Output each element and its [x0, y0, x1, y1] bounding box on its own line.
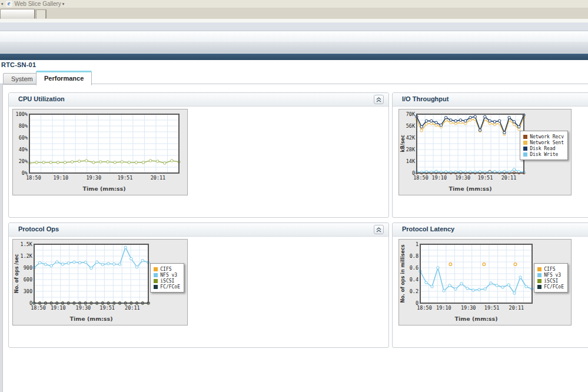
svg-text:19:51: 19:51	[99, 305, 115, 311]
browser-tab[interactable]	[0, 9, 35, 19]
panel-protocol-latency: Protocol Latency 00.20.40.60.8118:5019:1…	[392, 222, 588, 348]
svg-text:19:10: 19:10	[51, 305, 66, 311]
legend-label: Disk Read	[530, 146, 555, 151]
collapse-panel-button[interactable]	[374, 225, 384, 234]
legend-item: FC/FCoE	[537, 284, 564, 290]
io-throughput-chart: 014K28K42K56K70K18:5019:1019:3019:5120:1…	[398, 109, 572, 195]
svg-text:18:50: 18:50	[31, 305, 46, 311]
svg-text:14K: 14K	[406, 158, 416, 164]
panel-title: CPU Utilization	[18, 95, 65, 102]
panel-title: Protocol Latency	[402, 225, 454, 232]
tab-performance[interactable]: Performance	[36, 71, 92, 85]
navy-divider-bar	[0, 54, 588, 60]
ie-icon: e	[6, 1, 12, 7]
legend-swatch	[537, 273, 542, 277]
legend-swatch	[523, 147, 527, 151]
protocol-latency-chart: 00.20.40.60.8118:5019:1019:3019:5120:11T…	[398, 239, 572, 325]
legend-item: iSCSI	[154, 278, 180, 284]
svg-text:kB/sec: kB/sec	[400, 135, 406, 152]
panel-cpu-utilization: CPU Utilization 0%20%40%60%80%100%18:501…	[8, 92, 389, 218]
collapse-panel-button[interactable]	[374, 95, 384, 104]
page-title: RTC-SN-01	[1, 61, 36, 68]
svg-text:28K: 28K	[406, 147, 416, 152]
legend-label: iSCSI	[544, 278, 558, 284]
svg-text:19:51: 19:51	[484, 305, 500, 311]
legend-item: NFS v3	[537, 273, 564, 278]
svg-text:20:11: 20:11	[151, 175, 166, 181]
svg-text:Time (mm:ss): Time (mm:ss)	[449, 185, 492, 192]
legend-item: Network Sent	[523, 140, 564, 145]
panel-title: Protocol Ops	[18, 225, 59, 232]
svg-text:19:30: 19:30	[461, 305, 476, 311]
cpu-utilization-chart: 0%20%40%60%80%100%18:5019:1019:3019:5120…	[12, 109, 188, 195]
app-header-band-top	[0, 31, 588, 42]
legend-swatch	[523, 135, 527, 139]
svg-text:0.6: 0.6	[410, 265, 418, 271]
legend-label: Network Sent	[530, 140, 564, 145]
svg-text:300: 300	[24, 288, 32, 294]
svg-text:40%: 40%	[19, 147, 28, 152]
legend-item: iSCSI	[537, 278, 564, 284]
legend-swatch	[537, 267, 542, 271]
svg-text:19:30: 19:30	[86, 175, 101, 181]
svg-text:20:11: 20:11	[501, 175, 517, 181]
favorites-dropdown-icon[interactable]: ▾	[1, 2, 4, 6]
legend-label: CIFS	[544, 267, 555, 272]
svg-text:0.2: 0.2	[410, 288, 418, 294]
legend-swatch	[537, 285, 542, 289]
panel-header: Protocol Latency	[393, 223, 588, 237]
favorite-item-label[interactable]: Web Slice Gallery	[15, 1, 61, 7]
svg-text:20%: 20%	[19, 158, 28, 164]
svg-text:Time (mm:ss): Time (mm:ss)	[70, 315, 113, 322]
legend-swatch	[154, 267, 158, 271]
legend-label: Network Recv	[530, 134, 564, 139]
svg-text:Time (mm:ss): Time (mm:ss)	[455, 315, 498, 322]
legend-item: CIFS	[154, 267, 180, 272]
svg-text:Time (mm:ss): Time (mm:ss)	[83, 185, 126, 192]
svg-text:19:10: 19:10	[54, 175, 69, 181]
svg-text:1.5K: 1.5K	[21, 241, 33, 247]
svg-text:19:51: 19:51	[118, 175, 133, 181]
svg-text:0.4: 0.4	[410, 277, 418, 283]
svg-text:20:11: 20:11	[125, 305, 140, 311]
chevron-down-icon[interactable]: ▾	[62, 2, 65, 6]
legend-item: Disk Write	[523, 152, 564, 157]
chart-legend: CIFSNFS v3iSCSIFC/FCoE	[150, 263, 184, 293]
legend-swatch	[523, 141, 527, 145]
svg-text:No. of ops in millisecs: No. of ops in millisecs	[400, 244, 406, 303]
panel-protocol-ops: Protocol Ops 03006009001.2K1.5K18:5019:1…	[8, 222, 389, 348]
chart-legend: CIFSNFS v3iSCSIFC/FCoE	[534, 263, 568, 293]
legend-item: NFS v3	[154, 273, 180, 278]
panel-header: I/O Throughput	[393, 93, 588, 107]
collapse-icon	[376, 97, 381, 102]
svg-text:No. of ops /sec: No. of ops /sec	[14, 254, 19, 294]
svg-text:100%: 100%	[16, 111, 28, 117]
svg-text:42K: 42K	[406, 135, 416, 141]
svg-text:19:30: 19:30	[76, 305, 91, 311]
svg-text:18:50: 18:50	[26, 175, 41, 181]
svg-text:70K: 70K	[406, 111, 416, 117]
legend-swatch	[154, 285, 158, 289]
browser-tab-row	[0, 8, 588, 19]
svg-text:56K: 56K	[406, 123, 416, 129]
legend-item: FC/FCoE	[154, 284, 180, 290]
legend-label: iSCSI	[160, 278, 174, 284]
legend-swatch	[154, 279, 158, 283]
legend-label: FC/FCoE	[160, 284, 180, 290]
panel-title: I/O Throughput	[402, 95, 449, 102]
tab-system[interactable]: System	[3, 73, 41, 85]
tab-separator	[46, 9, 46, 18]
svg-text:1.2K: 1.2K	[21, 253, 33, 259]
collapse-icon	[376, 227, 381, 232]
panel-io-throughput: I/O Throughput 014K28K42K56K70K18:5019:1…	[392, 92, 588, 218]
content-left-edge	[0, 84, 3, 392]
svg-text:19:10: 19:10	[431, 175, 447, 181]
new-tab-button[interactable]	[36, 9, 46, 19]
svg-text:60%: 60%	[19, 135, 28, 141]
legend-label: CIFS	[160, 267, 171, 272]
chart-legend: Network RecvNetwork SentDisk ReadDisk Wr…	[520, 131, 568, 160]
panel-header: CPU Utilization	[9, 93, 388, 107]
svg-text:20:11: 20:11	[509, 305, 524, 311]
svg-text:1: 1	[416, 241, 418, 247]
svg-text:19:30: 19:30	[455, 175, 470, 181]
